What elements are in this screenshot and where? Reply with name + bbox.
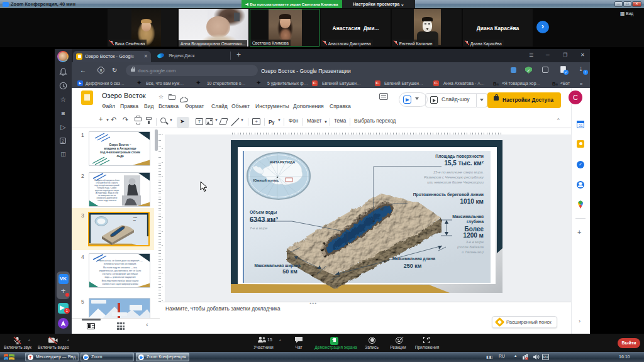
- svg-text:50 км: 50 км: [282, 268, 297, 275]
- svg-text:глубина: глубина: [467, 219, 484, 224]
- svg-text:контакта с атмосферой. Чистейш: контакта с атмосферой. Чистейшая: [103, 273, 138, 275]
- svg-text:вода — уникальные ощущения: вода — уникальные ощущения: [104, 276, 135, 278]
- svg-text:АНТАРКТИДА: АНТАРКТИДА: [270, 160, 296, 164]
- svg-text:1010 км: 1010 км: [460, 198, 484, 205]
- svg-text:Максимальная ширина: Максимальная ширина: [254, 263, 301, 268]
- svg-text:под 4-километровым слоем: под 4-километровым слоем: [100, 151, 140, 154]
- svg-text:льда: льда: [116, 155, 124, 158]
- svg-text:Мы пьём воду из скважины — она: Мы пьём воду из скважины — она: [103, 266, 137, 269]
- svg-text:тепла недр планеты: тепла недр планеты: [97, 199, 117, 202]
- svg-text:и Таганьики): и Таганьики): [462, 250, 484, 254]
- svg-text:6343 км³: 6343 км³: [250, 216, 278, 223]
- svg-text:Площадь поверхности: Площадь поверхности: [435, 154, 484, 159]
- svg-text:изумительная, два миллиона лет: изумительная, два миллиона лет не было: [99, 270, 141, 272]
- svg-text:3-е в мире: 3-е в мире: [466, 240, 484, 244]
- svg-text:Размером с Чеченскую республик: Размером с Чеченскую республику: [424, 175, 484, 179]
- svg-text:1200 м: 1200 м: [464, 232, 484, 239]
- svg-text:Впоследствии в пробах врачи на: Впоследствии в пробах врачи нашли: [102, 280, 139, 282]
- svg-text:Максимальная: Максимальная: [452, 214, 484, 219]
- svg-text:■■■■■: ■■■■■: [133, 217, 138, 218]
- svg-text:Южный полюс: Южный полюс: [253, 178, 279, 182]
- svg-text:впадина в Антарктиде: впадина в Антарктиде: [104, 147, 136, 150]
- svg-text:неизвестные науке микроорганиз: неизвестные науке микроорганизмы: [102, 283, 138, 285]
- svg-text:Максимальная длина: Максимальная длина: [392, 256, 436, 261]
- svg-text:или немногим более Черногории: или немногим более Черногории: [427, 180, 484, 184]
- svg-text:250 км: 250 км: [404, 263, 422, 269]
- svg-text:«Никто из нас не болел даже на: «Никто из нас не болел даже насморком», …: [97, 260, 143, 262]
- svg-text:(после Байкала: (после Байкала: [457, 245, 484, 249]
- svg-text:7-е в мире: 7-е в мире: [250, 226, 268, 230]
- svg-text:15,5 тыс. км²: 15,5 тыс. км²: [444, 160, 484, 167]
- svg-text:Озеро Восток –: Озеро Восток –: [109, 143, 131, 146]
- svg-text:Протяженность береговой линии: Протяженность береговой линии: [413, 192, 484, 197]
- svg-text:вспоминал участник экспедиции.: вспоминал участник экспедиции.: [104, 263, 136, 265]
- svg-text:Объем воды: Объем воды: [250, 210, 277, 215]
- svg-text:15-е по величине озеро мира.: 15-е по величине озеро мира.: [433, 170, 484, 174]
